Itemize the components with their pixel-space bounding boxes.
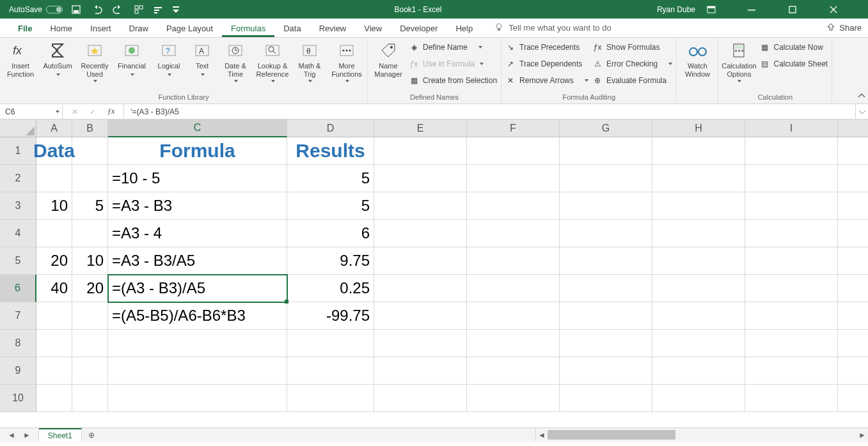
cell-A2[interactable] (36, 165, 72, 192)
cell-C8[interactable] (108, 330, 287, 357)
cell-C2[interactable]: =10 - 5 (108, 165, 287, 192)
cell-E3[interactable] (374, 192, 467, 220)
cell-G6[interactable] (560, 275, 652, 302)
cell-H8[interactable] (652, 330, 745, 357)
cell-B4[interactable] (72, 220, 108, 247)
cell-A8[interactable] (36, 330, 72, 357)
scroll-right-icon[interactable]: ► (856, 428, 868, 442)
maximize-icon[interactable] (789, 6, 818, 13)
cell-D5[interactable]: 9.75 (287, 247, 374, 275)
tab-developer[interactable]: Developer (391, 24, 446, 37)
formula-input[interactable]: '=(A3 - B3)/A5 (124, 104, 855, 119)
insert-function-button[interactable]: fx Insert Function (4, 40, 37, 79)
show-formulas-button[interactable]: ƒxShow Formulas (592, 40, 672, 54)
cell-I8[interactable] (745, 330, 838, 357)
trace-precedents-button[interactable]: ↘Trace Precedents (505, 40, 588, 54)
cell-C4[interactable]: =A3 - 4 (108, 220, 287, 247)
cell-B2[interactable] (72, 165, 108, 192)
cell-G7[interactable] (560, 302, 652, 330)
cell-blank-9[interactable] (838, 357, 868, 385)
cell-E4[interactable] (374, 220, 467, 247)
recently-used-button[interactable]: Recently Used (78, 40, 111, 82)
cell-H7[interactable] (652, 302, 745, 330)
cell-G3[interactable] (560, 192, 652, 220)
col-header-F[interactable]: F (467, 119, 560, 137)
sheet-tab[interactable]: Sheet1 (39, 428, 82, 442)
name-box[interactable]: C6 (0, 104, 63, 119)
calculate-sheet-button[interactable]: ▤Calculate Sheet (759, 57, 828, 71)
cell-I6[interactable] (745, 275, 838, 302)
cell-E2[interactable] (374, 165, 467, 192)
cell-D8[interactable] (287, 330, 374, 357)
cell-G2[interactable] (560, 165, 652, 192)
cell-A1[interactable]: Data (36, 137, 72, 165)
cell-F10[interactable] (467, 385, 560, 412)
autosum-button[interactable]: AutoSum (41, 40, 74, 79)
tab-data[interactable]: Data (274, 24, 310, 37)
cell-G4[interactable] (560, 220, 652, 247)
cell-I9[interactable] (745, 357, 838, 385)
tab-home[interactable]: Home (41, 24, 81, 37)
col-header-B[interactable]: B (72, 119, 108, 137)
close-icon[interactable] (830, 6, 859, 13)
tab-formulas[interactable]: Formulas (222, 24, 274, 37)
cell-D1[interactable]: Results (287, 137, 374, 165)
calculate-now-button[interactable]: ▦Calculate Now (759, 40, 828, 54)
row-header-5[interactable]: 5 (0, 247, 36, 275)
cell-G9[interactable] (560, 357, 652, 385)
chevron-down-icon[interactable] (56, 111, 59, 113)
tab-view[interactable]: View (355, 24, 391, 37)
cell-H1[interactable] (652, 137, 745, 165)
cell-E10[interactable] (374, 385, 467, 412)
cell-E9[interactable] (374, 357, 467, 385)
col-header-G[interactable]: G (560, 119, 652, 137)
tab-insert[interactable]: Insert (81, 24, 120, 37)
cell-F1[interactable] (467, 137, 560, 165)
cell-H6[interactable] (652, 275, 745, 302)
cell-C9[interactable] (108, 357, 287, 385)
row-header-8[interactable]: 8 (0, 330, 36, 357)
remove-arrows-button[interactable]: ✕Remove Arrows (505, 73, 588, 88)
row-header-6[interactable]: 6 (0, 275, 36, 302)
row-header-3[interactable]: 3 (0, 192, 36, 220)
cell-B8[interactable] (72, 330, 108, 357)
share-button[interactable]: Share (826, 22, 862, 37)
row-header-10[interactable]: 10 (0, 385, 36, 412)
cell-C5[interactable]: =A3 - B3/A5 (108, 247, 287, 275)
cell-C7[interactable]: =(A5-B5)/A6-B6*B3 (108, 302, 287, 330)
evaluate-formula-button[interactable]: ⊕Evaluate Formula (592, 73, 672, 88)
cell-E5[interactable] (374, 247, 467, 275)
name-manager-button[interactable]: Name Manager (372, 40, 405, 79)
create-from-selection-button[interactable]: ▦Create from Selection (409, 73, 497, 88)
define-name-button[interactable]: ◈Define Name (409, 40, 497, 54)
cell-B5[interactable]: 10 (72, 247, 108, 275)
cell-E7[interactable] (374, 302, 467, 330)
col-header-I[interactable]: I (745, 119, 838, 137)
row-header-7[interactable]: 7 (0, 302, 36, 330)
cell-F7[interactable] (467, 302, 560, 330)
cell-F9[interactable] (467, 357, 560, 385)
cell-C3[interactable]: =A3 - B3 (108, 192, 287, 220)
cell-B1[interactable] (72, 137, 108, 165)
cell-C10[interactable] (108, 385, 287, 412)
cell-A3[interactable]: 10 (36, 192, 72, 220)
cell-B9[interactable] (72, 357, 108, 385)
cell-F8[interactable] (467, 330, 560, 357)
row-header-9[interactable]: 9 (0, 357, 36, 385)
cell-blank-10[interactable] (838, 385, 868, 412)
cell-I3[interactable] (745, 192, 838, 220)
cell-B6[interactable]: 20 (72, 275, 108, 302)
cell-blank-8[interactable] (838, 330, 868, 357)
new-sheet-button[interactable]: ⊕ (82, 428, 101, 442)
cell-blank-5[interactable] (838, 247, 868, 275)
cell-blank-2[interactable] (838, 165, 868, 192)
cell-D6[interactable]: 0.25 (287, 275, 374, 302)
cell-H2[interactable] (652, 165, 745, 192)
financial-button[interactable]: Financial (115, 40, 148, 79)
col-header-H[interactable]: H (652, 119, 745, 137)
cell-E8[interactable] (374, 330, 467, 357)
minimize-icon[interactable] (748, 6, 777, 13)
cell-B10[interactable] (72, 385, 108, 412)
tab-draw[interactable]: Draw (120, 24, 157, 37)
hscroll-thumb[interactable] (548, 430, 675, 440)
